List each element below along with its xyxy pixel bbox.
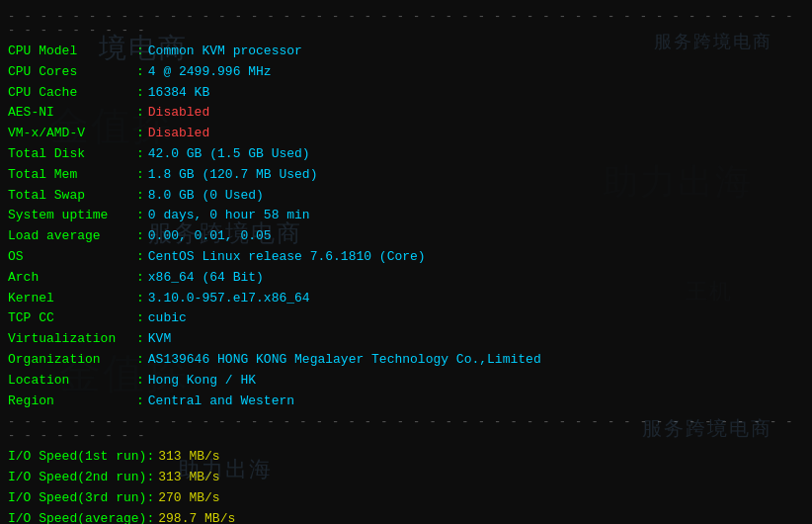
row-colon: :	[136, 308, 144, 329]
info-row: Kernel:3.10.0-957.el7.x86_64	[8, 289, 804, 309]
row-colon: :	[136, 165, 144, 186]
io-label: I/O Speed(1st run)	[8, 447, 146, 468]
row-label: CPU Cache	[8, 83, 136, 104]
dashed-line-top: - - - - - - - - - - - - - - - - - - - - …	[8, 10, 804, 38]
row-label: AES-NI	[8, 103, 136, 124]
io-row: I/O Speed(1st run):313 MB/s	[8, 447, 804, 468]
info-row: Arch:x86_64 (64 Bit)	[8, 268, 804, 289]
row-colon: :	[136, 42, 144, 62]
info-row: CPU Cores:4 @ 2499.996 MHz	[8, 62, 804, 83]
info-row: Load average:0.00, 0.01, 0.05	[8, 226, 804, 247]
row-colon: :	[136, 371, 144, 392]
row-value: 0.00, 0.01, 0.05	[148, 226, 272, 247]
info-row: Virtualization:KVM	[8, 329, 804, 350]
row-value: AS139646 HONG KONG Megalayer Technology …	[148, 350, 541, 371]
info-row: Location:Hong Kong / HK	[8, 371, 804, 392]
row-value: x86_64 (64 Bit)	[148, 268, 264, 289]
row-colon: :	[136, 144, 144, 165]
row-value: 8.0 GB (0 Used)	[148, 186, 264, 207]
row-value: Disabled	[148, 103, 209, 124]
row-label: Total Mem	[8, 165, 136, 186]
io-value: 313 MB/s	[158, 468, 219, 488]
io-value: 298.7 MB/s	[158, 509, 235, 524]
row-label: Virtualization	[8, 329, 136, 350]
row-value: 1.8 GB (120.7 MB Used)	[148, 165, 318, 186]
info-row: OS:CentOS Linux release 7.6.1810 (Core)	[8, 247, 804, 268]
row-label: VM-x/AMD-V	[8, 124, 136, 144]
row-label: OS	[8, 247, 136, 268]
row-colon: :	[136, 83, 144, 104]
io-label: I/O Speed(3rd run)	[8, 488, 146, 509]
row-colon: :	[136, 392, 144, 412]
row-colon: :	[136, 124, 144, 144]
row-label: Organization	[8, 350, 136, 371]
info-row: Region:Central and Western	[8, 392, 804, 412]
info-row: CPU Cache:16384 KB	[8, 83, 804, 104]
row-value: CentOS Linux release 7.6.1810 (Core)	[148, 247, 426, 268]
row-colon: :	[136, 103, 144, 124]
io-row: I/O Speed(3rd run):270 MB/s	[8, 488, 804, 509]
dashed-line-mid: - - - - - - - - - - - - - - - - - - - - …	[8, 415, 804, 443]
io-colon: :	[146, 509, 154, 524]
row-colon: :	[136, 350, 144, 371]
info-row: Total Swap:8.0 GB (0 Used)	[8, 186, 804, 207]
io-label: I/O Speed(2nd run)	[8, 468, 146, 488]
row-value: Common KVM processor	[148, 42, 302, 62]
row-label: Total Swap	[8, 186, 136, 207]
row-value: cubic	[148, 308, 187, 329]
io-row: I/O Speed(2nd run):313 MB/s	[8, 468, 804, 488]
row-colon: :	[136, 329, 144, 350]
row-label: Arch	[8, 268, 136, 289]
row-colon: :	[136, 62, 144, 83]
info-row: Organization:AS139646 HONG KONG Megalaye…	[8, 350, 804, 371]
row-value: 4 @ 2499.996 MHz	[148, 62, 272, 83]
row-colon: :	[136, 289, 144, 309]
info-row: TCP CC:cubic	[8, 308, 804, 329]
row-colon: :	[136, 226, 144, 247]
row-colon: :	[136, 186, 144, 207]
info-row: AES-NI:Disabled	[8, 103, 804, 124]
io-colon: :	[146, 468, 154, 488]
io-value: 313 MB/s	[158, 447, 219, 468]
row-label: TCP CC	[8, 308, 136, 329]
io-section: I/O Speed(1st run):313 MB/sI/O Speed(2nd…	[8, 447, 804, 524]
terminal-window: 境电商 服务跨境电商 金值探 助力出海 服务跨境电商 王机 金值探 服务跨境电商…	[0, 0, 812, 524]
row-colon: :	[136, 268, 144, 289]
row-value: 16384 KB	[148, 83, 209, 104]
info-section: CPU Model:Common KVM processorCPU Cores:…	[8, 42, 804, 411]
row-colon: :	[136, 247, 144, 268]
info-row: Total Disk:42.0 GB (1.5 GB Used)	[8, 144, 804, 165]
io-row: I/O Speed(average):298.7 MB/s	[8, 509, 804, 524]
row-label: Location	[8, 371, 136, 392]
row-value: Hong Kong / HK	[148, 371, 256, 392]
row-label: Load average	[8, 226, 136, 247]
row-label: System uptime	[8, 206, 136, 226]
info-row: VM-x/AMD-V:Disabled	[8, 124, 804, 144]
row-value: Disabled	[148, 124, 209, 144]
row-value: 0 days, 0 hour 58 min	[148, 206, 310, 226]
row-label: CPU Cores	[8, 62, 136, 83]
row-colon: :	[136, 206, 144, 226]
row-value: 3.10.0-957.el7.x86_64	[148, 289, 310, 309]
row-label: Region	[8, 392, 136, 412]
io-label: I/O Speed(average)	[8, 509, 146, 524]
info-row: CPU Model:Common KVM processor	[8, 42, 804, 62]
io-colon: :	[146, 447, 154, 468]
io-colon: :	[146, 488, 154, 509]
io-value: 270 MB/s	[158, 488, 219, 509]
row-label: Kernel	[8, 289, 136, 309]
info-row: Total Mem:1.8 GB (120.7 MB Used)	[8, 165, 804, 186]
row-value: Central and Western	[148, 392, 294, 412]
row-label: CPU Model	[8, 42, 136, 62]
info-row: System uptime:0 days, 0 hour 58 min	[8, 206, 804, 226]
row-value: 42.0 GB (1.5 GB Used)	[148, 144, 310, 165]
row-label: Total Disk	[8, 144, 136, 165]
row-value: KVM	[148, 329, 171, 350]
